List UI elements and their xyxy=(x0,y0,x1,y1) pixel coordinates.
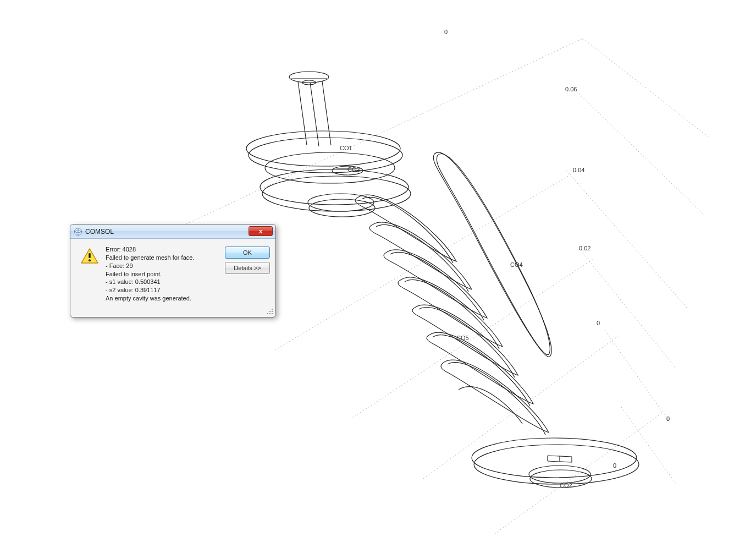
svg-point-11 xyxy=(308,194,374,211)
details-button[interactable]: Details >> xyxy=(225,262,270,274)
close-icon: x xyxy=(259,228,262,234)
ok-button-label: OK xyxy=(243,249,252,256)
svg-line-4 xyxy=(322,81,331,145)
error-msg-line-2: - Face: 29 xyxy=(106,262,222,270)
geometry-label-co3: CO3 xyxy=(347,166,360,173)
svg-rect-31 xyxy=(269,313,271,314)
warning-icon xyxy=(80,248,99,266)
svg-rect-27 xyxy=(272,309,273,310)
geometry-label-co2: CO2 xyxy=(560,482,572,489)
error-message: Error: 4028 Failed to generate mesh for … xyxy=(103,245,222,310)
close-button[interactable]: x xyxy=(249,226,273,236)
error-dialog: COMSOL x Error: 4028 Failed to generate … xyxy=(70,224,276,317)
axis-tick-006: 0.06 xyxy=(565,86,577,92)
geometry-label-co5: CO5 xyxy=(456,335,469,341)
error-code-line: Error: 4028 xyxy=(106,245,222,254)
svg-point-26 xyxy=(89,259,91,261)
details-button-label: Details >> xyxy=(234,265,261,271)
svg-rect-25 xyxy=(89,253,91,258)
error-msg-line-4: - s1 value: 0.500341 xyxy=(106,278,222,286)
axis-tick-002: 0.02 xyxy=(579,245,591,251)
svg-rect-32 xyxy=(272,313,273,314)
svg-rect-29 xyxy=(272,311,273,312)
error-msg-line-6: An empty cavity was generated. xyxy=(106,294,222,303)
geometry-label-co4: CO4 xyxy=(510,261,523,268)
resize-grip-icon[interactable] xyxy=(267,308,274,316)
svg-point-0 xyxy=(289,72,329,83)
ok-button[interactable]: OK xyxy=(225,247,270,259)
svg-rect-28 xyxy=(269,311,271,312)
axis-tick-004: 0.04 xyxy=(573,167,584,173)
error-msg-line-3: Failed to insert point. xyxy=(106,270,222,278)
axis-tick-right-b: 0 xyxy=(666,415,670,422)
app-icon xyxy=(74,227,82,236)
svg-point-7 xyxy=(249,138,402,173)
svg-line-20 xyxy=(548,461,572,462)
svg-point-17 xyxy=(529,466,591,483)
svg-rect-30 xyxy=(267,313,268,314)
dialog-title: COMSOL xyxy=(85,228,114,236)
axis-tick-bottom: 0 xyxy=(613,462,616,469)
axis-tick-right-a: 0 xyxy=(597,320,600,326)
svg-point-15 xyxy=(472,438,637,478)
dialog-titlebar[interactable]: COMSOL x xyxy=(70,225,275,239)
svg-point-6 xyxy=(246,131,400,166)
error-msg-line-1: Failed to generate mesh for face. xyxy=(106,254,222,262)
svg-line-2 xyxy=(298,81,307,145)
svg-line-3 xyxy=(310,83,319,146)
dialog-body: Error: 4028 Failed to generate mesh for … xyxy=(70,239,275,317)
axis-tick-top-0: 0 xyxy=(444,29,448,35)
geometry-label-co1: CO1 xyxy=(340,145,352,151)
error-msg-line-5: - s2 value: 0.391117 xyxy=(106,286,222,294)
